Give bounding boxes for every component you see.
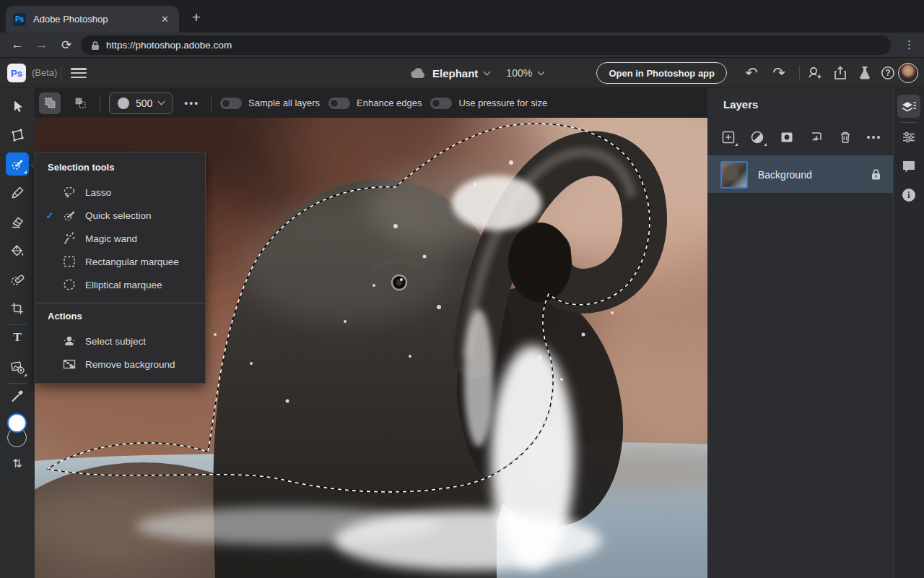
undo-icon[interactable]: ↶: [741, 63, 762, 83]
layers-rail-button[interactable]: [897, 95, 920, 118]
menu-item-quick-selection[interactable]: ✓ Quick selection: [35, 204, 205, 227]
move-tool[interactable]: [6, 95, 29, 118]
divider: [35, 303, 205, 303]
layer-mask-icon: [780, 130, 794, 144]
brush-tool-icon: [10, 186, 25, 200]
healing-brush-tool[interactable]: [6, 268, 29, 291]
transform-tool[interactable]: [6, 124, 29, 147]
sample-all-layers-toggle[interactable]: [220, 98, 242, 109]
brush-preview-icon: [118, 98, 129, 109]
menu-item-label: Select subject: [85, 336, 146, 347]
healing-brush-tool-icon: [10, 272, 25, 287]
layers-more-icon[interactable]: •••: [865, 128, 884, 147]
photoshop-favicon: Ps: [13, 13, 26, 26]
quick-selection-icon: [61, 208, 77, 223]
add-layer-button[interactable]: [719, 128, 738, 147]
menu-item-label: Rectangular marquee: [85, 256, 179, 267]
place-image-tool[interactable]: [6, 355, 29, 379]
divider: [7, 383, 27, 384]
selection-tools-flyout: Selection tools Lasso ✓ Quick selection: [35, 152, 206, 384]
eraser-tool-icon: [10, 215, 25, 229]
elliptical-marquee-icon: [61, 277, 77, 292]
color-swatches[interactable]: [4, 413, 30, 451]
chevron-down-icon[interactable]: [484, 68, 491, 75]
foreground-color-swatch[interactable]: [7, 413, 27, 433]
layer-row-background[interactable]: Background: [707, 156, 893, 193]
remove-background-icon: [61, 357, 77, 371]
browser-navbar: ← → ⟳ https://photoshop.adobe.com ⋮: [0, 33, 924, 58]
menu-item-elliptical-marquee[interactable]: Elliptical marquee: [35, 273, 205, 296]
browser-menu-icon[interactable]: ⋮: [899, 35, 920, 55]
layer-mask-button[interactable]: [777, 128, 796, 147]
menu-item-label: Lasso: [85, 187, 111, 198]
rectangular-marquee-icon: [61, 254, 77, 269]
avatar[interactable]: [898, 63, 918, 83]
use-pressure-toggle[interactable]: [430, 98, 452, 109]
ps-logo[interactable]: Ps: [7, 64, 26, 82]
enhance-edges-toggle[interactable]: [328, 98, 350, 109]
divider: [799, 66, 800, 80]
transform-tool-icon: [10, 128, 25, 142]
open-in-photoshop-button[interactable]: Open in Photoshop app: [596, 62, 727, 84]
divider: [901, 122, 917, 123]
new-tab-button[interactable]: +: [186, 7, 206, 27]
labs-flask-icon[interactable]: [855, 63, 875, 83]
comments-rail-button[interactable]: [897, 155, 920, 178]
menu-item-rectangular-marquee[interactable]: Rectangular marquee: [35, 250, 205, 273]
divider: [211, 95, 212, 112]
trash-icon: [839, 130, 852, 144]
eraser-tool[interactable]: [6, 210, 29, 233]
redo-icon[interactable]: ↷: [769, 63, 789, 83]
back-icon[interactable]: ←: [7, 35, 27, 55]
menu-item-lasso[interactable]: Lasso: [35, 181, 205, 204]
adjustment-layer-button[interactable]: [748, 128, 767, 147]
document-name[interactable]: Elephant: [432, 67, 478, 79]
main-menu-icon[interactable]: [71, 66, 87, 79]
layers-toolbar: •••: [719, 127, 884, 147]
divider: [100, 95, 100, 112]
menu-item-remove-background[interactable]: Remove background: [35, 353, 205, 376]
close-tab-icon[interactable]: ✕: [158, 12, 172, 26]
forward-icon[interactable]: →: [32, 35, 52, 55]
subtract-selection-mode-button[interactable]: [69, 92, 91, 114]
eyedropper-tool[interactable]: [6, 384, 29, 407]
type-tool[interactable]: T: [6, 326, 29, 349]
group-layers-icon: [808, 130, 823, 144]
reload-icon[interactable]: ⟳: [56, 35, 77, 55]
toolbar: T ⇅: [0, 88, 35, 578]
menu-item-label: Quick selection: [85, 210, 152, 221]
lasso-icon: [61, 185, 77, 199]
more-options-icon[interactable]: •••: [181, 98, 202, 109]
browser-tab[interactable]: Ps Adobe Photoshop ✕: [6, 6, 179, 33]
share-icon[interactable]: [830, 63, 850, 83]
info-rail-button[interactable]: i: [897, 184, 920, 207]
crop-tool[interactable]: [6, 297, 29, 320]
delete-layer-button[interactable]: [836, 128, 855, 147]
brush-tool[interactable]: [6, 181, 29, 204]
check-icon: ✓: [43, 210, 57, 221]
beta-label: (Beta): [32, 67, 57, 78]
quick-selection-tool-icon: [10, 157, 25, 171]
layer-thumbnail[interactable]: [720, 161, 748, 189]
chevron-down-icon[interactable]: [538, 68, 545, 75]
menu-item-magic-wand[interactable]: Magic wand: [35, 227, 205, 250]
right-rail: i: [893, 88, 924, 578]
url-bar[interactable]: https://photoshop.adobe.com: [81, 35, 891, 55]
crop-tool-icon: [10, 301, 25, 316]
help-icon[interactable]: ?: [878, 63, 898, 83]
quick-selection-tool[interactable]: [6, 152, 29, 176]
fill-tool[interactable]: [6, 239, 29, 262]
group-layers-button[interactable]: [806, 128, 825, 147]
lock-icon[interactable]: [871, 168, 881, 181]
invite-people-icon[interactable]: [804, 63, 824, 83]
divider: [61, 66, 61, 80]
swap-colors-button[interactable]: ⇅: [6, 452, 29, 475]
place-image-tool-icon: [10, 360, 25, 374]
enhance-edges-label: Enhance edges: [357, 98, 422, 108]
zoom-level[interactable]: 100%: [506, 67, 532, 79]
adjustments-rail-button[interactable]: [897, 126, 920, 149]
new-selection-mode-button[interactable]: [39, 92, 61, 114]
layers-panel: Layers: [707, 88, 893, 578]
brush-size-dropdown[interactable]: 500: [109, 92, 173, 114]
menu-item-select-subject[interactable]: Select subject: [35, 329, 205, 353]
